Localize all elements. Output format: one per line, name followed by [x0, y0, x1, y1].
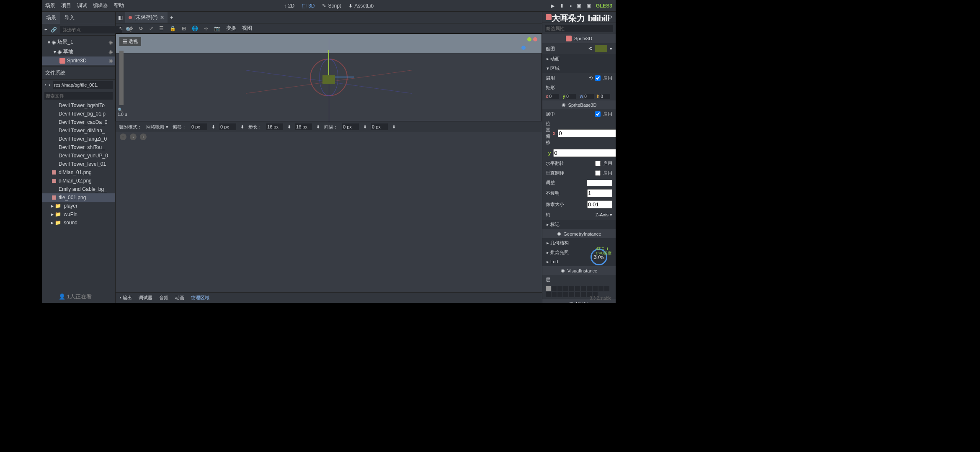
step-y-input[interactable]: [295, 123, 312, 130]
file-item[interactable]: Devil Tower_bgshiTo: [42, 101, 115, 110]
bottom-tab-debugger[interactable]: 调试器: [139, 295, 152, 301]
visibility-icon[interactable]: ◉: [108, 58, 113, 64]
pause-icon[interactable]: ⏸: [560, 3, 565, 9]
perspective-badge[interactable]: ☰ 透视: [119, 37, 141, 46]
filter-props-input[interactable]: [545, 25, 613, 32]
offset-x-input[interactable]: [191, 123, 207, 130]
renderer-label[interactable]: GLES3: [596, 3, 612, 9]
offset-y-input[interactable]: [219, 123, 236, 130]
selected-object-gizmo[interactable]: [310, 59, 348, 96]
enable-checkbox[interactable]: [595, 75, 601, 81]
step-x-input[interactable]: [266, 123, 283, 130]
file-item[interactable]: Devil Tower_yunUP_0: [42, 152, 115, 160]
menu-editor[interactable]: 编辑器: [93, 2, 108, 9]
cat-anim[interactable]: 动画: [542, 54, 616, 64]
stop-icon[interactable]: ▪: [570, 3, 571, 9]
centered-checkbox[interactable]: [595, 111, 601, 117]
pixelsize-input[interactable]: [587, 200, 612, 208]
axis-select[interactable]: Z-Axis ▾: [596, 212, 612, 218]
gap-x-input[interactable]: [342, 123, 359, 130]
file-item[interactable]: Devil Tower_diMian_: [42, 126, 115, 135]
select-tool-icon[interactable]: ↖: [119, 26, 123, 31]
axis-gizmo[interactable]: [521, 37, 538, 54]
tab-import[interactable]: 导入: [60, 12, 79, 24]
file-item[interactable]: Devil Tower_fangZi_0: [42, 135, 115, 143]
file-item[interactable]: Devil Tower_caoDa_0: [42, 118, 115, 126]
filter-nodes-input[interactable]: [60, 26, 122, 33]
bottom-tab-output[interactable]: ▪ 输出: [120, 295, 132, 301]
zoom-slider[interactable]: [119, 51, 124, 105]
add-node-icon[interactable]: +: [44, 27, 47, 33]
mode-script[interactable]: ✎ Script: [322, 3, 341, 9]
bottom-tab-anim[interactable]: 动画: [175, 295, 184, 301]
lock-icon[interactable]: 🔒: [170, 26, 176, 31]
file-item[interactable]: Devil Tower_bg_01.p: [42, 110, 115, 118]
file-item-selected[interactable]: tile_001.png: [42, 193, 115, 202]
rotate-tool-icon[interactable]: ⟳: [139, 26, 143, 31]
move-tool-icon[interactable]: ✥: [129, 26, 133, 31]
folder-item[interactable]: player: [42, 202, 115, 210]
revert-icon[interactable]: ⟲: [589, 75, 593, 81]
link-icon[interactable]: 🔗: [51, 27, 57, 33]
transform-menu[interactable]: 变换: [226, 25, 236, 32]
globe-icon[interactable]: 🌐: [192, 26, 198, 31]
mode-3d[interactable]: ⬚ 3D: [302, 3, 315, 9]
tree-root[interactable]: ▾ ◉ 场景_1◉: [42, 37, 115, 47]
dist-free-icon[interactable]: ◧: [118, 15, 123, 21]
zoom-reset-icon[interactable]: ◦: [130, 134, 137, 140]
rect-y-input[interactable]: [566, 94, 576, 99]
mode-2d[interactable]: ↕ 2D: [284, 3, 294, 9]
play-scene-icon[interactable]: ▣: [577, 3, 581, 9]
tree-node-selected[interactable]: Sprite3D◉: [42, 56, 115, 65]
menu-project[interactable]: 项目: [61, 2, 71, 9]
cat-flags[interactable]: 标记: [542, 220, 616, 229]
gap-y-input[interactable]: [371, 123, 388, 130]
file-item[interactable]: diMian_02.png: [42, 177, 115, 185]
revert-icon[interactable]: ⟲: [588, 46, 592, 51]
scale-tool-icon[interactable]: ⤢: [149, 26, 153, 31]
play-custom-icon[interactable]: ▣: [586, 3, 591, 9]
close-icon[interactable]: ✕: [160, 15, 164, 21]
snap-icon[interactable]: ⊹: [204, 26, 208, 31]
snap-mode-select[interactable]: 网格吸附 ▾: [146, 124, 168, 130]
menu-scene[interactable]: 场景: [45, 2, 55, 9]
zoom-out-icon[interactable]: −: [120, 134, 126, 140]
file-item[interactable]: diMian_01.png: [42, 168, 115, 177]
bottom-tab-region[interactable]: 纹理区域: [191, 295, 209, 301]
file-item[interactable]: Devil Tower_level_01: [42, 160, 115, 168]
mode-assetlib[interactable]: ⬇ AssetLib: [348, 3, 374, 9]
path-input[interactable]: [53, 81, 113, 89]
tab-scene[interactable]: 场景: [42, 12, 60, 24]
zoom-in-icon[interactable]: +: [140, 134, 147, 140]
rect-w-input[interactable]: [584, 94, 594, 99]
menu-help[interactable]: 帮助: [114, 2, 124, 9]
folder-item[interactable]: sound: [42, 218, 115, 227]
rect-h-input[interactable]: [600, 94, 610, 99]
cat-region[interactable]: 区域: [542, 64, 616, 73]
fs-search-input[interactable]: [44, 92, 113, 100]
camera-icon[interactable]: 📷: [214, 26, 220, 31]
rect-x-input[interactable]: [549, 94, 559, 99]
texture-preview[interactable]: [595, 45, 607, 52]
offset-x-input[interactable]: [558, 129, 616, 137]
color-picker[interactable]: [587, 180, 612, 186]
list-tool-icon[interactable]: ☰: [159, 26, 164, 31]
group-icon[interactable]: ⊞: [182, 26, 186, 31]
add-tab-icon[interactable]: +: [170, 15, 173, 21]
visibility-icon[interactable]: ◉: [108, 49, 113, 55]
opacity-input[interactable]: [587, 189, 612, 197]
offset-y-input[interactable]: [553, 149, 616, 157]
play-icon[interactable]: ▶: [551, 3, 554, 9]
nav-back-icon[interactable]: ‹: [44, 82, 46, 88]
visibility-icon[interactable]: ◉: [108, 39, 113, 45]
fliph-checkbox[interactable]: [595, 161, 601, 166]
scene-file-tab[interactable]: [未保存](*) ✕: [125, 12, 168, 23]
flipv-checkbox[interactable]: [595, 170, 601, 176]
file-item[interactable]: Emily and Gable_bg_: [42, 185, 115, 193]
tree-node[interactable]: ▾ ◉ 草地◉: [42, 47, 115, 56]
view-menu[interactable]: 视图: [242, 25, 252, 32]
nav-fwd-icon[interactable]: ›: [49, 82, 50, 88]
folder-item[interactable]: wuPin: [42, 210, 115, 218]
viewport-3d[interactable]: ☰ 透视 🔍1.0 u: [116, 33, 542, 121]
file-item[interactable]: Devil Tower_shiTou_: [42, 143, 115, 152]
